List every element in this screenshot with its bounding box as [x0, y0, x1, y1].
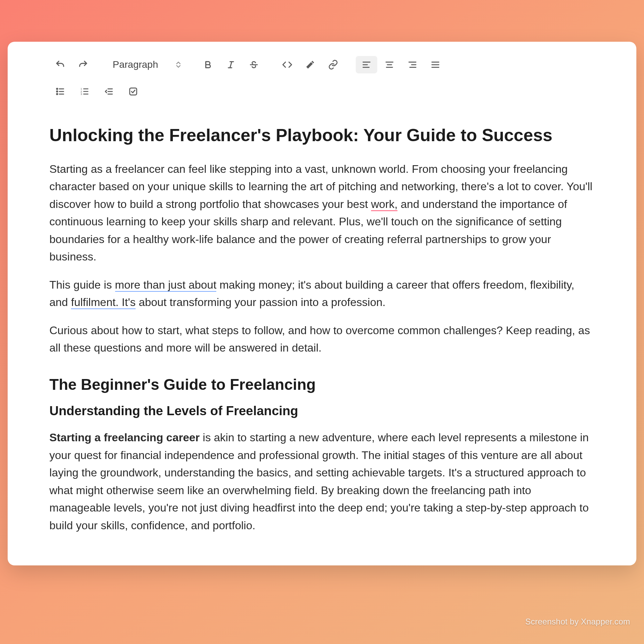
- heading-2[interactable]: The Beginner's Guide to Freelancing: [49, 376, 595, 393]
- italic-icon: [226, 59, 236, 70]
- toolbar: Paragraph: [8, 56, 636, 111]
- align-center-icon: [384, 59, 395, 70]
- align-center-button[interactable]: [379, 56, 400, 73]
- bold-button[interactable]: [197, 56, 219, 73]
- align-left-icon: [361, 59, 372, 70]
- bold-icon: [203, 59, 213, 70]
- svg-point-18: [57, 94, 58, 95]
- svg-line-2: [230, 62, 232, 68]
- grammar-suggestion[interactable]: more than just about: [115, 279, 217, 292]
- highlight-button[interactable]: [299, 56, 321, 73]
- paragraph-2[interactable]: This guide is more than just about makin…: [49, 276, 595, 311]
- inline-format-group: [197, 56, 265, 73]
- redo-icon: [78, 59, 88, 70]
- outdent-icon: [104, 86, 114, 97]
- code-button[interactable]: [276, 56, 298, 73]
- strike-button[interactable]: [243, 56, 265, 73]
- align-left-button[interactable]: [356, 56, 377, 73]
- ordered-list-icon: 123: [79, 86, 90, 97]
- svg-point-17: [57, 91, 58, 92]
- document-content[interactable]: Unlocking the Freelancer's Playbook: You…: [8, 111, 636, 534]
- align-right-button[interactable]: [402, 56, 423, 73]
- paragraph-select[interactable]: Paragraph: [106, 56, 185, 74]
- paragraph-4[interactable]: Starting a freelancing career is akin to…: [49, 429, 595, 534]
- checkbox-icon: [128, 86, 138, 97]
- toolbar-second-row: 123: [49, 83, 595, 100]
- heading-3[interactable]: Understanding the Levels of Freelancing: [49, 404, 595, 418]
- block-type-group: Paragraph: [106, 56, 185, 74]
- heading-1[interactable]: Unlocking the Freelancer's Playbook: You…: [49, 124, 595, 146]
- redo-button[interactable]: [72, 56, 94, 73]
- align-justify-button[interactable]: [425, 56, 446, 73]
- undo-button[interactable]: [49, 56, 71, 73]
- align-justify-icon: [430, 59, 441, 70]
- align-group: [356, 56, 446, 73]
- watermark: Screenshot by Xnapper.com: [525, 617, 630, 627]
- marker-icon: [305, 59, 315, 70]
- bold-text: Starting a freelancing career: [49, 431, 200, 444]
- svg-text:3: 3: [81, 92, 82, 96]
- chevron-updown-icon: [176, 61, 181, 68]
- ordered-list-button[interactable]: 123: [74, 83, 95, 100]
- svg-point-16: [57, 88, 58, 89]
- svg-rect-31: [130, 88, 137, 95]
- outdent-button[interactable]: [98, 83, 120, 100]
- history-group: [49, 56, 94, 73]
- align-right-icon: [407, 59, 418, 70]
- grammar-suggestion[interactable]: work,: [371, 198, 397, 211]
- task-list-button[interactable]: [122, 83, 144, 100]
- insert-group: [276, 56, 344, 73]
- undo-icon: [55, 59, 65, 70]
- bullet-list-button[interactable]: [49, 83, 71, 100]
- strikethrough-icon: [249, 59, 259, 70]
- editor-window: Paragraph: [8, 42, 636, 565]
- paragraph-select-label: Paragraph: [113, 59, 158, 70]
- italic-button[interactable]: [220, 56, 242, 73]
- grammar-suggestion[interactable]: fulfilment. It's: [71, 296, 136, 309]
- link-button[interactable]: [322, 56, 344, 73]
- code-icon: [282, 59, 292, 70]
- link-icon: [328, 59, 338, 70]
- paragraph-1[interactable]: Starting as a freelancer can feel like s…: [49, 160, 595, 266]
- paragraph-3[interactable]: Curious about how to start, what steps t…: [49, 322, 595, 357]
- bullet-list-icon: [55, 86, 65, 97]
